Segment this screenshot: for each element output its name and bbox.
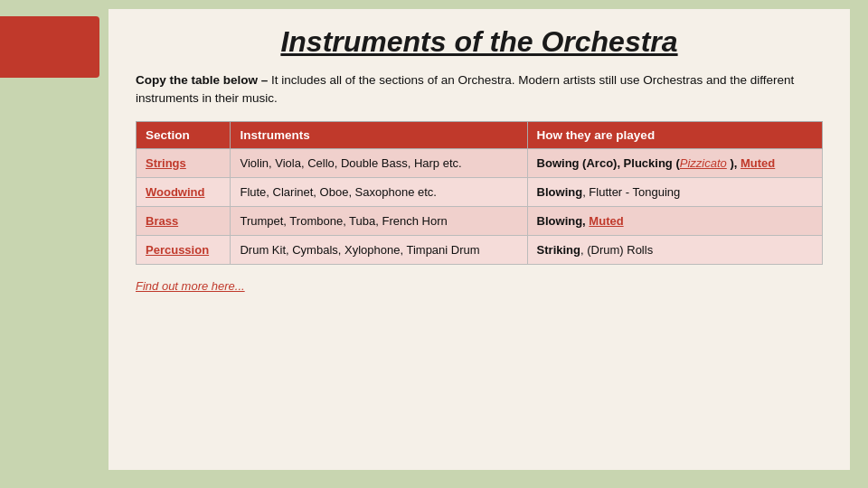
table-row: Brass Trumpet, Trombone, Tuba, French Ho… <box>137 206 823 235</box>
table-header-row: Section Instruments How they are played <box>137 121 823 148</box>
strings-playing-bold: Bowing (Arco), Plucking ( <box>537 156 680 170</box>
section-percussion: Percussion <box>137 235 231 264</box>
col-header-section: Section <box>137 121 231 148</box>
page-title: Instruments of the Orchestra <box>136 25 823 59</box>
section-brass: Brass <box>137 206 231 235</box>
percussion-playing-rest: , (Drum) Rolls <box>580 243 653 257</box>
table-row: Percussion Drum Kit, Cymbals, Xylophone,… <box>137 235 823 264</box>
pizzicato-link[interactable]: Pizzicato <box>680 156 727 170</box>
intro-bold: Copy the table below – <box>136 73 268 87</box>
instruments-woodwind: Flute, Clarinet, Oboe, Saxophone etc. <box>231 177 527 206</box>
instruments-brass: Trumpet, Trombone, Tuba, French Horn <box>231 206 527 235</box>
brass-link[interactable]: Brass <box>146 214 178 228</box>
how-played-strings: Bowing (Arco), Plucking (Pizzicato ), Mu… <box>527 148 822 177</box>
woodwind-link[interactable]: Woodwind <box>146 185 204 199</box>
intro-paragraph: Copy the table below – It includes all o… <box>136 71 823 108</box>
how-played-woodwind: Blowing, Flutter - Tonguing <box>527 177 822 206</box>
instruments-table: Section Instruments How they are played … <box>136 121 823 265</box>
strings-link[interactable]: Strings <box>146 156 186 170</box>
section-strings: Strings <box>137 148 231 177</box>
instruments-percussion: Drum Kit, Cymbals, Xylophone, Timpani Dr… <box>231 235 527 264</box>
find-out-more-link[interactable]: Find out more here... <box>136 279 245 293</box>
percussion-link[interactable]: Percussion <box>146 243 209 257</box>
instruments-strings: Violin, Viola, Cello, Double Bass, Harp … <box>231 148 527 177</box>
how-played-percussion: Striking, (Drum) Rolls <box>527 235 822 264</box>
woodwind-playing-bold: Blowing <box>537 185 583 199</box>
section-woodwind: Woodwind <box>137 177 231 206</box>
percussion-playing-bold: Striking <box>537 243 580 257</box>
table-row: Woodwind Flute, Clarinet, Oboe, Saxophon… <box>137 177 823 206</box>
how-played-brass: Blowing, Muted <box>527 206 822 235</box>
brass-playing-bold: Blowing, <box>537 214 590 228</box>
woodwind-playing-rest: , Flutter - Tonguing <box>582 185 680 199</box>
main-content: Instruments of the Orchestra Copy the ta… <box>108 9 850 470</box>
red-tab-decoration <box>0 16 99 78</box>
strings-muted-link[interactable]: Muted <box>741 156 775 170</box>
col-header-instruments: Instruments <box>231 121 527 148</box>
strings-paren-close: ), <box>727 156 741 170</box>
brass-muted-link[interactable]: Muted <box>589 214 623 228</box>
table-row: Strings Violin, Viola, Cello, Double Bas… <box>137 148 823 177</box>
col-header-how-played: How they are played <box>527 121 822 148</box>
